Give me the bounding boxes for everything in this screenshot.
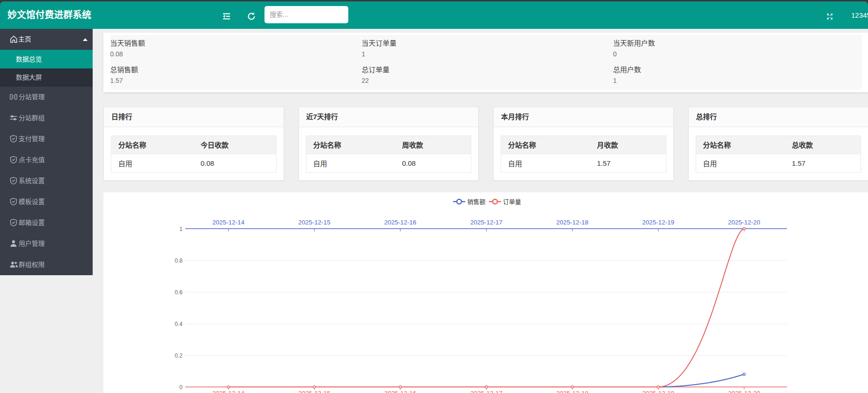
svg-text:2025-12-17: 2025-12-17 xyxy=(470,219,502,226)
svg-text:0.6: 0.6 xyxy=(175,289,183,296)
svg-text:2025-12-16: 2025-12-16 xyxy=(384,219,416,226)
svg-text:2025-12-16: 2025-12-16 xyxy=(384,390,416,393)
svg-text:2025-12-18: 2025-12-18 xyxy=(556,219,588,226)
svg-text:销售额: 销售额 xyxy=(468,198,486,205)
svg-text:2025-12-17: 2025-12-17 xyxy=(470,390,502,393)
svg-text:2025-12-20: 2025-12-20 xyxy=(728,390,760,393)
svg-text:2025-12-18: 2025-12-18 xyxy=(556,390,588,393)
svg-text:2025-12-20: 2025-12-20 xyxy=(728,219,760,226)
svg-text:2025-12-14: 2025-12-14 xyxy=(212,390,245,393)
svg-text:2025-12-15: 2025-12-15 xyxy=(298,219,330,226)
svg-text:2025-12-19: 2025-12-19 xyxy=(642,219,674,226)
svg-text:0.4: 0.4 xyxy=(175,321,183,327)
svg-text:1: 1 xyxy=(179,226,183,232)
svg-text:2025-12-15: 2025-12-15 xyxy=(298,390,330,393)
svg-text:0.8: 0.8 xyxy=(175,257,183,264)
svg-text:0.2: 0.2 xyxy=(175,352,183,359)
svg-text:2025-12-14: 2025-12-14 xyxy=(212,219,245,226)
svg-text:0: 0 xyxy=(179,384,183,391)
svg-text:订单量: 订单量 xyxy=(503,198,521,205)
svg-text:2025-12-19: 2025-12-19 xyxy=(642,390,674,393)
